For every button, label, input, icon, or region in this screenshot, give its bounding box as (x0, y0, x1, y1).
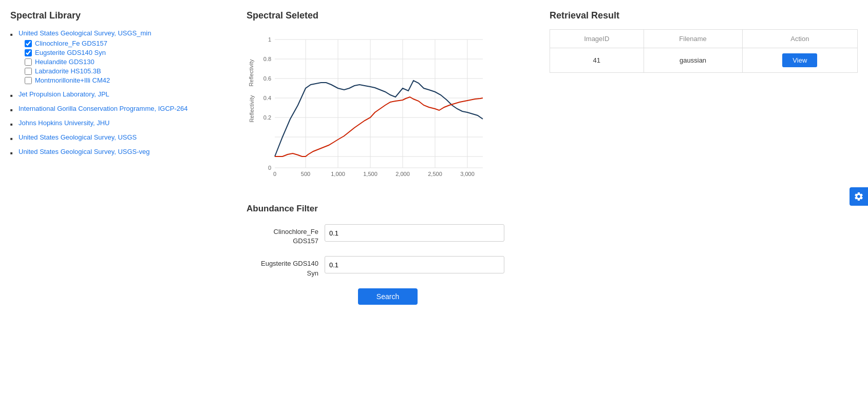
library-section-usgs: United States Geological Survey, USGS (10, 133, 226, 142)
retrieval-result-panel: Retrieval Result ImageID Filename Action… (539, 0, 868, 393)
library-name-jhu[interactable]: Johns Hopkins University, JHU (18, 119, 109, 127)
retrieval-result-title: Retrieval Result (550, 10, 858, 21)
library-item-jpl[interactable]: Jet Propulsion Laboratory, JPL (10, 90, 226, 99)
library-item-jhu[interactable]: Johns Hopkins University, JHU (10, 119, 226, 127)
cell-imageid: 41 (550, 48, 644, 73)
library-name-usgs_min[interactable]: United States Geological Survey, USGS_mi… (18, 29, 151, 37)
eugsterite-filter-row: Eugsterite GDS140 Syn (247, 256, 529, 278)
library-item-usgs_min[interactable]: United States Geological Survey, USGS_mi… (10, 29, 226, 37)
svg-text:Reflectivity: Reflectivity (248, 59, 254, 87)
svg-text:3,000: 3,000 (460, 171, 475, 177)
svg-text:2,000: 2,000 (395, 171, 410, 177)
svg-text:2,500: 2,500 (428, 171, 442, 177)
library-name-usgs[interactable]: United States Geological Survey, USGS (18, 133, 137, 141)
library-section-usgs_min: United States Geological Survey, USGS_mi… (10, 29, 226, 84)
checkbox-heulandite[interactable] (25, 58, 32, 66)
abundance-filter-title: Abundance Filter (247, 204, 529, 214)
sub-item-eugsterite: Eugsterite GDS140 Syn (25, 49, 226, 56)
library-section-usgs_veg: United States Geological Survey, USGS-ve… (10, 148, 226, 156)
library-name-jpl[interactable]: Jet Propulsion Laboratory, JPL (18, 90, 109, 98)
settings-fab[interactable] (850, 187, 868, 206)
bullet-icon (10, 148, 18, 156)
result-table: ImageID Filename Action 41 gaussian View (550, 29, 858, 73)
library-name-usgs_veg[interactable]: United States Geological Survey, USGS-ve… (18, 148, 150, 155)
bullet-icon (10, 134, 18, 142)
search-button[interactable]: Search (358, 288, 418, 305)
spectral-library-panel: Spectral Library United States Geologica… (0, 0, 236, 393)
eugsterite-label: Eugsterite GDS140 Syn (247, 256, 318, 278)
clinochlore-input[interactable] (325, 224, 504, 242)
svg-text:1,000: 1,000 (331, 171, 345, 177)
bullet-icon (10, 30, 18, 37)
settings-icon (854, 191, 864, 202)
spectral-chart: Reflectivity (247, 29, 493, 188)
svg-text:0.6: 0.6 (263, 75, 271, 82)
col-filename: Filename (644, 30, 742, 48)
library-name-igcp[interactable]: International Gorilla Conservation Progr… (18, 105, 187, 112)
sub-item-label-montmorillonite: Montmorillonite+Illi CM42 (35, 76, 110, 84)
bullet-icon (10, 91, 18, 99)
sub-items-usgs_min: Clinochlore_Fe GDS157Eugsterite GDS140 S… (25, 40, 226, 84)
svg-text:0.2: 0.2 (263, 114, 271, 121)
spectral-selected-panel: Spectral Seleted Reflectivity (236, 0, 539, 393)
svg-text:0: 0 (268, 165, 271, 171)
checkbox-montmorillonite[interactable] (25, 77, 32, 84)
spectral-library-title: Spectral Library (10, 10, 226, 21)
library-section-igcp: International Gorilla Conservation Progr… (10, 105, 226, 113)
spectral-chart-svg: Reflectivity (247, 29, 493, 188)
library-item-igcp[interactable]: International Gorilla Conservation Progr… (10, 105, 226, 113)
checkbox-labradorite[interactable] (25, 68, 32, 75)
table-row: 41 gaussian View (550, 48, 858, 73)
eugsterite-input[interactable] (325, 256, 504, 273)
spectral-selected-title: Spectral Seleted (247, 10, 529, 21)
bullet-icon (10, 120, 18, 127)
table-header-row: ImageID Filename Action (550, 30, 858, 48)
library-item-usgs[interactable]: United States Geological Survey, USGS (10, 133, 226, 142)
library-section-jhu: Johns Hopkins University, JHU (10, 119, 226, 127)
svg-text:0.8: 0.8 (263, 56, 271, 62)
library-item-usgs_veg[interactable]: United States Geological Survey, USGS-ve… (10, 148, 226, 156)
view-button[interactable]: View (782, 53, 817, 67)
sub-item-label-heulandite: Heulandite GDS130 (35, 58, 95, 66)
search-button-row: Search (247, 288, 529, 305)
svg-text:0: 0 (273, 171, 276, 177)
clinochlore-label: Clinochlore_Fe GDS157 (247, 224, 318, 246)
bullet-icon (10, 105, 18, 113)
library-section-jpl: Jet Propulsion Laboratory, JPL (10, 90, 226, 99)
col-imageid: ImageID (550, 30, 644, 48)
sub-item-label-clinochlore: Clinochlore_Fe GDS157 (35, 40, 107, 47)
cell-action: View (742, 48, 857, 73)
sub-item-montmorillonite: Montmorillonite+Illi CM42 (25, 76, 226, 84)
col-action: Action (742, 30, 857, 48)
sub-item-heulandite: Heulandite GDS130 (25, 58, 226, 66)
library-list: United States Geological Survey, USGS_mi… (10, 29, 226, 156)
sub-item-label-eugsterite: Eugsterite GDS140 Syn (35, 49, 106, 56)
checkbox-eugsterite[interactable] (25, 49, 32, 56)
sub-item-labradorite: Labradorite HS105.3B (25, 67, 226, 75)
svg-text:0.4: 0.4 (263, 95, 271, 101)
sub-item-clinochlore: Clinochlore_Fe GDS157 (25, 40, 226, 47)
svg-text:1: 1 (268, 36, 271, 43)
svg-text:Reflectivity: Reflectivity (249, 95, 255, 123)
checkbox-clinochlore[interactable] (25, 40, 32, 47)
sub-item-label-labradorite: Labradorite HS105.3B (35, 67, 101, 75)
svg-text:1,500: 1,500 (363, 171, 378, 177)
cell-filename: gaussian (644, 48, 742, 73)
svg-text:500: 500 (301, 171, 310, 177)
clinochlore-filter-row: Clinochlore_Fe GDS157 (247, 224, 529, 246)
